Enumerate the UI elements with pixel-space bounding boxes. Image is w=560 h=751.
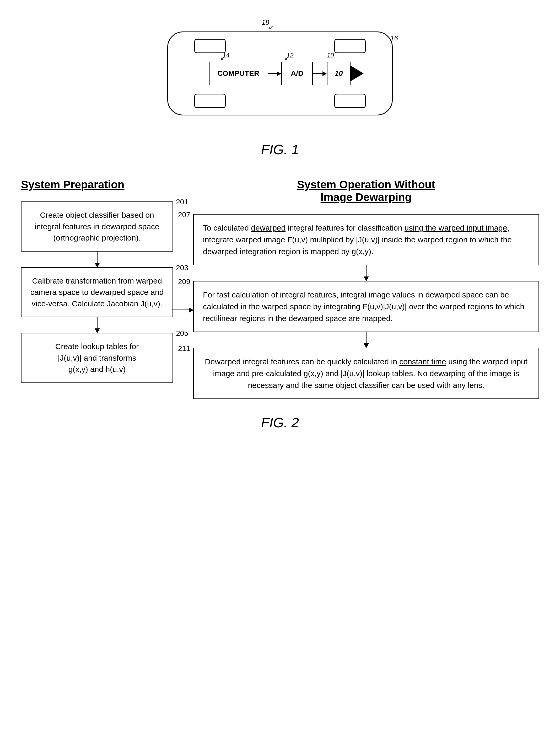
arrow-computer-to-ad	[268, 73, 281, 74]
arrow-203-to-205	[97, 317, 98, 333]
box-211: 211 Dewarped integral features can be qu…	[193, 348, 539, 399]
wheel-top-left	[194, 39, 226, 53]
fig2-main: System Preparation 201 Create object cla…	[21, 178, 539, 399]
ref-10-label: 10	[327, 52, 334, 59]
box-211-pre: Dewarped integral features can be quickl…	[205, 357, 399, 366]
box-205-text: Create lookup tables for |J(u,v)| and tr…	[55, 342, 139, 373]
box-203-text: Calibrate transformation from warped cam…	[31, 276, 164, 308]
camera-num-box: 10	[327, 62, 351, 85]
ref-205: 205	[176, 328, 188, 339]
box-203: 203 Calibrate transformation from warped…	[21, 267, 173, 317]
right-title-line1: System Operation Without	[297, 178, 435, 191]
box-209-text: For fast calculation of integral feature…	[203, 290, 524, 323]
box-209: 209 For fast calculation of integral fea…	[193, 281, 539, 332]
wheel-bottom-right	[334, 94, 366, 108]
inner-components: 14 ↙ COMPUTER 12 ↙ A/D	[209, 62, 351, 85]
computer-box: COMPUTER	[209, 62, 267, 85]
arrow-201-to-203	[97, 252, 98, 267]
ref-211: 211	[178, 343, 190, 354]
left-column: System Preparation 201 Create object cla…	[21, 178, 173, 383]
box-201-text: Create object classifier based on integr…	[35, 211, 159, 242]
box-211-text: Dewarped integral features can be quickl…	[203, 356, 529, 391]
arrow-ad-to-camera	[313, 73, 326, 74]
system-operation-title: System Operation Without Image Dewarping	[193, 178, 539, 204]
box-205: 205 Create lookup tables for |J(u,v)| an…	[21, 333, 173, 383]
system-diagram: 18 ↙ 14 ↙ COMPUTER	[162, 21, 398, 131]
ref-203: 203	[176, 263, 188, 273]
wheel-bottom-left	[194, 94, 226, 108]
fig2-container: System Preparation 201 Create object cla…	[21, 173, 539, 430]
box-207-pre: To calculated	[203, 224, 251, 232]
ref-201: 201	[176, 197, 188, 208]
box-205-line1: Create lookup tables for	[55, 342, 139, 351]
vehicle-body: 14 ↙ COMPUTER 12 ↙ A/D	[167, 32, 393, 115]
arrow-209-to-211	[366, 332, 366, 348]
box-207-text: To calculated dewarped integral features…	[203, 224, 512, 256]
computer-label: COMPUTER	[217, 69, 259, 78]
ref-16-label: 16	[391, 34, 398, 42]
box-207-underline1: dewarped	[251, 224, 285, 232]
box-201: 201 Create object classifier based on in…	[21, 201, 173, 252]
ad-label: A/D	[291, 69, 303, 78]
fig1-caption: FIG. 1	[261, 142, 299, 157]
box-207-underline2: using the warped input image	[404, 224, 507, 232]
right-column: System Operation Without Image Dewarping…	[193, 178, 539, 399]
ref-18-label: 18	[262, 18, 269, 26]
box-207: 207 To calculated dewarped integral feat…	[193, 214, 539, 265]
horizontal-arrow	[172, 310, 193, 310]
box-207-mid1: integral features for classification	[285, 224, 404, 232]
right-title-line2: Image Dewarping	[321, 191, 412, 203]
wheel-top-right	[334, 39, 366, 53]
ref-10-in-box: 10	[335, 69, 343, 78]
fig1-container: 18 ↙ 14 ↙ COMPUTER	[21, 21, 539, 157]
box-205-line3: g(x,y) and h(u,v)	[68, 365, 125, 373]
ad-box: A/D	[281, 62, 313, 85]
ref-209: 209	[178, 276, 190, 287]
box-211-underline: constant time	[399, 357, 446, 366]
camera-container: 10 10	[327, 62, 351, 85]
page: 18 ↙ 14 ↙ COMPUTER	[0, 0, 560, 751]
ref-207: 207	[178, 209, 190, 220]
arrow-207-to-209	[366, 265, 366, 281]
fig2-caption: FIG. 2	[21, 415, 539, 430]
box-205-line2: |J(u,v)| and transforms	[58, 353, 136, 362]
system-preparation-title: System Preparation	[21, 178, 173, 191]
